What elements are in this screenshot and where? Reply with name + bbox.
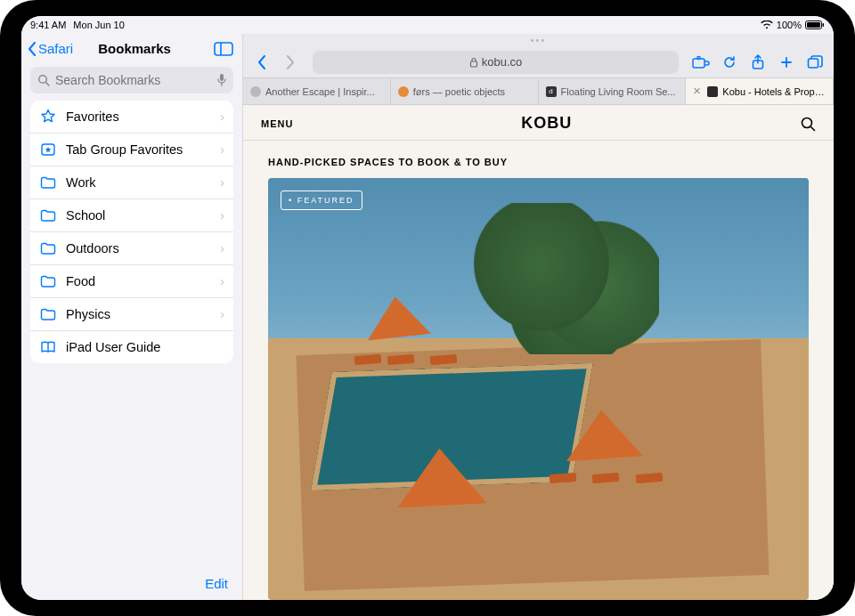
featured-badge: • FEATURED (281, 190, 362, 210)
status-date: Mon Jun 10 (73, 20, 124, 30)
svg-line-6 (46, 83, 50, 86)
battery-text: 100% (777, 20, 802, 30)
svg-rect-13 (809, 59, 818, 68)
sidebar-title: Bookmarks (57, 41, 212, 56)
tab-label: Another Escape | Inspir... (265, 86, 375, 97)
site-menu-button[interactable]: MENU (261, 118, 293, 129)
svg-rect-11 (697, 56, 700, 59)
svg-rect-2 (823, 23, 825, 27)
lock-icon (469, 57, 478, 68)
chevron-right-icon: › (220, 142, 224, 157)
tab-strip: Another Escape | Inspir... førs — poetic… (243, 78, 834, 105)
bookmark-label: Physics (66, 307, 211, 321)
edit-button[interactable]: Edit (205, 576, 228, 591)
chevron-right-icon: › (220, 109, 224, 124)
browser-toolbar: kobu.co (243, 46, 834, 78)
folder-icon (39, 174, 57, 191)
tab-fors[interactable]: førs — poetic objects (391, 78, 539, 104)
address-bar[interactable]: kobu.co (313, 51, 679, 74)
page-tagline: HAND-PICKED SPACES TO BOOK & TO BUY (243, 141, 834, 178)
svg-rect-3 (215, 43, 232, 55)
star-icon (39, 108, 57, 126)
site-search-button[interactable] (800, 116, 816, 132)
bookmark-label: Tab Group Favorites (66, 142, 211, 157)
lounger-illustration (635, 473, 663, 483)
folder-icon (39, 272, 57, 290)
chevron-right-icon: › (220, 175, 224, 190)
svg-rect-10 (693, 59, 704, 68)
site-logo[interactable]: KOBU (521, 114, 572, 133)
bookmark-label: Food (66, 274, 211, 288)
url-host: kobu.co (482, 55, 523, 69)
search-icon (37, 74, 50, 86)
chevron-right-icon: › (220, 241, 224, 255)
favicon-icon: d (546, 86, 557, 97)
bookmark-folder-outdoors[interactable]: Outdoors › (30, 232, 233, 265)
search-bookmarks-field[interactable] (30, 67, 233, 93)
nav-forward-button[interactable] (279, 51, 302, 74)
tab-kobu[interactable]: ✕ Kobu - Hotels & Propert... (686, 78, 834, 104)
folder-icon (39, 239, 57, 257)
bookmark-folder-tabgroup-favorites[interactable]: Tab Group Favorites › (30, 134, 233, 166)
nav-back-button[interactable] (250, 51, 273, 74)
tree-illustration (463, 203, 659, 354)
bookmark-folder-favorites[interactable]: Favorites › (30, 101, 233, 134)
favicon-icon (398, 86, 409, 97)
bookmark-label: Outdoors (66, 241, 211, 255)
folder-icon (39, 305, 57, 323)
tab-floating-living-room[interactable]: d Floating Living Room Se... (539, 78, 687, 104)
bookmark-item-ipad-guide[interactable]: iPad User Guide (30, 331, 233, 363)
tabgroup-star-icon (39, 141, 57, 158)
browser-content: ••• kobu.co Another Escape | Inspir... (242, 34, 834, 600)
svg-line-15 (810, 126, 814, 130)
bookmarks-list: Favorites › Tab Group Favorites › Work ›… (30, 101, 233, 363)
sidebar-toggle-button[interactable] (212, 39, 235, 59)
tabs-overview-button[interactable] (803, 51, 826, 74)
bookmark-folder-food[interactable]: Food › (30, 265, 233, 298)
svg-rect-9 (470, 61, 476, 67)
svg-rect-1 (807, 22, 820, 28)
lounger-illustration (592, 473, 620, 483)
bookmark-label: iPad User Guide (66, 340, 224, 354)
multitask-grabber[interactable]: ••• (243, 34, 834, 46)
bookmark-label: Work (66, 175, 211, 190)
favicon-icon (250, 86, 261, 97)
battery-icon (805, 20, 825, 29)
share-button[interactable] (746, 51, 770, 74)
bookmark-folder-work[interactable]: Work › (30, 166, 233, 199)
status-bar: 9:41 AM Mon Jun 10 100% (21, 16, 834, 34)
lounger-illustration (549, 473, 576, 483)
chevron-right-icon: › (220, 208, 224, 223)
bookmarks-sidebar: Safari Bookmarks Favorites › (21, 34, 242, 600)
hero-image[interactable]: • FEATURED (268, 178, 809, 600)
close-tab-icon[interactable]: ✕ (693, 85, 703, 97)
chevron-right-icon: › (220, 274, 224, 288)
umbrella-illustration (363, 293, 431, 340)
search-input[interactable] (55, 73, 211, 87)
book-icon (39, 338, 57, 356)
folder-icon (39, 207, 57, 224)
chevron-right-icon: › (220, 307, 224, 321)
webpage-content: MENU KOBU HAND-PICKED SPACES TO BOOK & T… (243, 105, 834, 600)
tab-another-escape[interactable]: Another Escape | Inspir... (243, 78, 391, 104)
bookmark-folder-physics[interactable]: Physics › (30, 298, 233, 331)
tab-label: Kobu - Hotels & Propert... (722, 86, 826, 97)
tab-label: Floating Living Room Se... (561, 86, 676, 97)
favicon-icon (707, 86, 718, 97)
wifi-icon (761, 20, 773, 29)
bookmark-label: Favorites (66, 109, 211, 124)
reload-button[interactable] (718, 51, 741, 74)
status-time: 9:41 AM (30, 20, 66, 30)
bookmark-label: School (66, 208, 211, 223)
svg-rect-7 (220, 74, 224, 81)
new-tab-button[interactable] (775, 51, 798, 74)
dictate-icon[interactable] (216, 73, 227, 87)
svg-point-14 (802, 118, 811, 127)
extensions-button[interactable] (689, 51, 712, 74)
tab-label: førs — poetic objects (413, 86, 505, 97)
bookmark-folder-school[interactable]: School › (30, 199, 233, 232)
